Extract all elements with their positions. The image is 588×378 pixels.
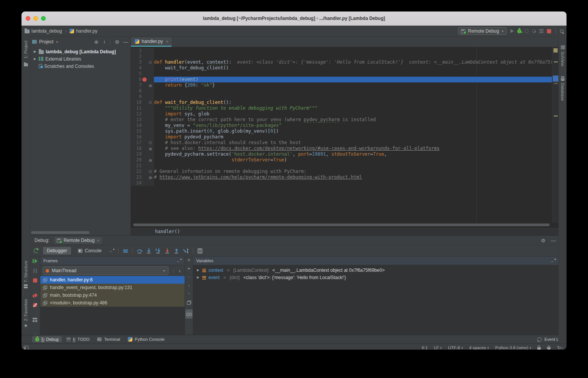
editor-tab-handler-py[interactable]: handler.py ×: [131, 37, 172, 47]
breadcrumb-project[interactable]: lambda_debug: [31, 28, 62, 34]
restore-layout-icon[interactable]: [33, 318, 37, 322]
code-editor[interactable]: 123def handler(event, context): event: <…: [131, 47, 559, 223]
hide-panel-icon[interactable]: —: [123, 39, 128, 44]
frame-row-3[interactable]: <module>, bootstrap.py:486: [40, 299, 185, 307]
code-line[interactable]: 7 return {200: "ok"}: [131, 82, 559, 88]
fold-end-icon[interactable]: [149, 159, 152, 162]
variable-row-1[interactable]: ▶event = {dict} <class 'dict'>: {'messag…: [193, 274, 559, 281]
project-panel-title[interactable]: Project: [39, 39, 53, 44]
coverage-button[interactable]: [525, 29, 529, 33]
fold-start-icon[interactable]: [149, 141, 152, 144]
code-line[interactable]: 14 my_venv = "venv/lib/python*/site-pack…: [131, 123, 559, 128]
code-line[interactable]: 21: [131, 163, 559, 169]
locate-file-icon[interactable]: ⊕: [94, 39, 98, 44]
fold-start-icon[interactable]: [149, 61, 152, 64]
collapse-all-icon[interactable]: ▲▲: [103, 40, 105, 43]
code-line[interactable]: 22# General information on remote debugg…: [131, 169, 559, 174]
current-function-label[interactable]: handler(): [155, 229, 180, 234]
breadcrumb-file[interactable]: handler.py: [76, 28, 97, 34]
previous-frame-icon[interactable]: ↑: [172, 268, 175, 273]
remove-watch-icon[interactable]: −: [187, 275, 190, 279]
code-line[interactable]: 9: [131, 94, 559, 100]
code-line[interactable]: 11 """Utility function to enable debuggi…: [131, 105, 559, 111]
mute-breakpoints-icon[interactable]: [33, 303, 37, 307]
code-line[interactable]: 24: [131, 180, 559, 186]
search-everywhere-icon[interactable]: [560, 30, 563, 33]
frame-row-1[interactable]: handle_event_request, bootstrap.py:131: [40, 284, 185, 291]
tool-stripe-structure[interactable]: 7: Structure: [23, 261, 28, 288]
bottom-tab-1[interactable]: 6: TODO: [63, 336, 93, 342]
debug-button[interactable]: [517, 29, 521, 33]
indent-select[interactable]: 4 spaces▲▼: [469, 345, 489, 350]
view-breakpoints-icon[interactable]: [33, 293, 38, 297]
stop-icon[interactable]: [33, 278, 37, 283]
step-out-icon[interactable]: [173, 248, 180, 254]
next-frame-icon[interactable]: ↓: [178, 268, 181, 273]
close-session-icon[interactable]: ×: [97, 238, 99, 243]
code-line[interactable]: 18 # see also: https://docs.docker.com/d…: [131, 146, 559, 151]
code-line[interactable]: 1: [131, 48, 559, 54]
code-line[interactable]: 5: [131, 71, 559, 77]
thread-select[interactable]: MainThread ▼: [43, 266, 168, 275]
step-into-icon[interactable]: [146, 248, 152, 254]
tool-stripe-favorites[interactable]: ★ 2: Favorites: [23, 299, 28, 328]
tool-stripe-project[interactable]: 1: Project: [23, 41, 28, 58]
move-down-icon[interactable]: ▼: [187, 292, 190, 296]
show-watches-toggle[interactable]: [185, 309, 193, 319]
bottom-tab-2[interactable]: Terminal: [94, 336, 123, 342]
debug-session-tab[interactable]: Remote Debug ×: [54, 237, 102, 244]
reload-icon[interactable]: ↻?: [557, 345, 563, 350]
run-to-cursor-icon[interactable]: [183, 248, 189, 254]
gear-icon[interactable]: ⚙: [115, 39, 119, 44]
scrollbar-thumb[interactable]: [133, 224, 550, 226]
stop-button[interactable]: [547, 29, 551, 33]
layout-menu-icon[interactable]: ≡: [188, 258, 190, 262]
tool-window-toggle-icon[interactable]: [24, 346, 28, 350]
new-watch-icon[interactable]: +: [187, 267, 190, 271]
breakpoint-icon[interactable]: [142, 77, 147, 82]
fold-start-icon[interactable]: [149, 101, 152, 104]
expander-icon[interactable]: ▶: [33, 57, 37, 61]
code-line[interactable]: 16 import pydevd_pycharm: [131, 134, 559, 140]
expander-icon[interactable]: ▶: [196, 276, 200, 279]
pause-icon[interactable]: [33, 269, 37, 273]
bottom-tab-3[interactable]: Python Console: [125, 336, 168, 342]
error-stripe[interactable]: [552, 47, 559, 223]
code-line[interactable]: 2: [131, 54, 559, 59]
fold-end-icon[interactable]: [149, 147, 152, 150]
code-line[interactable]: 4 wait_for_debug_client(): [131, 65, 559, 71]
tool-stripe-sciview[interactable]: SciView: [560, 45, 565, 66]
step-into-my-code-icon[interactable]: [164, 248, 170, 254]
pin-icon[interactable]: →: [550, 259, 556, 263]
code-line[interactable]: 12 import sys, glob: [131, 111, 559, 117]
code-line[interactable]: 10def wait_for_debug_client():: [131, 100, 559, 105]
step-over-icon[interactable]: [137, 248, 143, 254]
tab-console[interactable]: Console: [74, 247, 106, 255]
lock-icon[interactable]: [537, 347, 541, 350]
variable-row-0[interactable]: ▶context = {LambdaContext} <__main__.Lam…: [193, 266, 559, 274]
code-line[interactable]: 20 stderrToServer=True): [131, 157, 559, 163]
fold-end-icon[interactable]: [149, 84, 152, 87]
caret-position[interactable]: 6:1: [422, 345, 428, 350]
bottom-tab-0[interactable]: 5: Debug: [32, 336, 62, 342]
move-up-icon[interactable]: ▲: [187, 284, 190, 288]
run-with-config-button[interactable]: [539, 29, 543, 33]
frame-row-2[interactable]: main, bootstrap.py:474: [40, 291, 185, 299]
duplicate-watch-icon[interactable]: [187, 301, 191, 305]
code-line[interactable]: 3def handler(event, context): event: <cl…: [131, 59, 559, 65]
gear-icon[interactable]: ⚙: [541, 238, 545, 243]
frame-row-0[interactable]: handler, handler.py:6: [40, 276, 185, 284]
pin-tab-icon[interactable]: →: [109, 249, 114, 253]
interpreter-select[interactable]: Python 3.8 (venv)▲▼: [495, 345, 531, 350]
close-tab-icon[interactable]: ×: [166, 39, 168, 44]
encoding-select[interactable]: UTF-8▲▼: [448, 345, 463, 350]
chevron-down-icon[interactable]: ▼: [56, 41, 58, 43]
line-separator-select[interactable]: LF▲▼: [434, 345, 442, 350]
expander-icon[interactable]: ▶: [33, 50, 37, 53]
profiler-button[interactable]: [532, 29, 536, 33]
expander-icon[interactable]: ▶: [196, 268, 200, 272]
tool-stripe-database[interactable]: Database: [560, 76, 565, 101]
fold-start-icon[interactable]: [149, 170, 152, 173]
evaluate-expression-icon[interactable]: [197, 248, 203, 254]
hide-panel-icon[interactable]: —: [551, 238, 556, 243]
